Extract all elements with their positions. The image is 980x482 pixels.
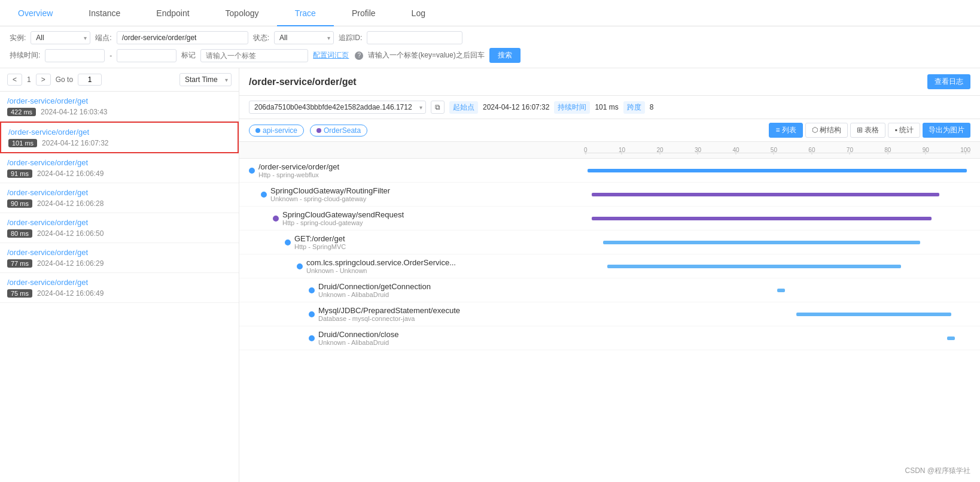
next-page-button[interactable]: > xyxy=(36,74,51,86)
status-select[interactable]: All xyxy=(274,31,334,44)
trace-link[interactable]: /order-service/order/get xyxy=(8,128,230,137)
help-icon[interactable]: ? xyxy=(355,51,363,60)
span-bar-col xyxy=(584,326,970,350)
span-bar-col xyxy=(584,183,970,206)
trace-link[interactable]: /order-service/order/get xyxy=(7,96,232,105)
span-row[interactable]: SpringCloudGateway/RoutingFilter Unknown… xyxy=(239,183,980,207)
span-label-text: /order-service/order/get Http - spring-w… xyxy=(258,162,339,178)
span-bar xyxy=(588,169,966,172)
span-label-text: SpringCloudGateway/sendRequest Http - sp… xyxy=(282,210,404,226)
trace-ms: 80 ms xyxy=(7,229,32,238)
view-stats-button[interactable]: ▪ 统计 xyxy=(888,123,920,138)
left-panel-header: < 1 > Go to Start Time xyxy=(0,68,239,92)
span-bar xyxy=(592,193,939,196)
span-row[interactable]: Druid/Connection/close Unknown - Alibaba… xyxy=(239,326,980,350)
span-row[interactable]: SpringCloudGateway/sendRequest Http - sp… xyxy=(239,207,980,231)
start-label-badge: 起始点 xyxy=(449,101,478,114)
export-button[interactable]: 导出为图片 xyxy=(923,123,970,138)
duration-to-input[interactable] xyxy=(117,49,176,62)
trace-ms: 77 ms xyxy=(7,259,32,268)
trace-list-item[interactable]: /order-service/order/get 422 ms 2024-04-… xyxy=(0,92,239,122)
orderseata-label: OrderSeata xyxy=(324,126,361,135)
span-sub: Unknown - Unknown xyxy=(306,267,456,274)
span-row[interactable]: Mysql/JDBC/PreparedStatement/execute Dat… xyxy=(239,302,980,326)
span-bar xyxy=(607,265,901,268)
copy-trace-id-button[interactable]: ⧉ xyxy=(431,101,445,114)
span-bar-col xyxy=(584,302,970,326)
tag-input[interactable] xyxy=(200,49,308,62)
duration-dash: - xyxy=(109,51,112,60)
instance-select[interactable]: All xyxy=(31,31,90,44)
trace-time: 2024-04-12 16:07:32 xyxy=(42,139,108,147)
duration-label: 持续时间: xyxy=(10,50,40,60)
span-label-col: Druid/Connection/getConnection Unknown -… xyxy=(249,282,584,298)
ruler-tick: 30 xyxy=(695,147,701,153)
filter-bar: 实例: All 端点: 状态: All 追踪ID: 持续时间: - 标记 配置词… xyxy=(0,26,980,68)
nav-item-endpoint[interactable]: Endpoint xyxy=(138,0,207,26)
span-label-col: SpringCloudGateway/RoutingFilter Unknown… xyxy=(249,186,584,202)
span-label-col: Mysql/JDBC/PreparedStatement/execute Dat… xyxy=(249,306,584,322)
goto-page-input[interactable] xyxy=(78,74,102,86)
ruler-tick: 80 xyxy=(884,147,891,153)
view-log-button[interactable]: 查看日志 xyxy=(927,74,970,89)
prev-page-button[interactable]: < xyxy=(7,74,22,86)
span-row[interactable]: GET:/order/get Http - SpringMVC xyxy=(239,231,980,254)
view-tree-button[interactable]: ⬡ 树结构 xyxy=(805,123,848,138)
nav-item-topology[interactable]: Topology xyxy=(208,0,277,26)
trace-id-label: 追踪ID: xyxy=(339,33,362,43)
trace-link[interactable]: /order-service/order/get xyxy=(7,188,232,197)
span-name: /order-service/order/get xyxy=(258,162,339,171)
span-dot xyxy=(273,216,279,222)
ruler-tick: 10 xyxy=(619,147,625,153)
service-tag-api[interactable]: api-service xyxy=(249,125,304,137)
span-row[interactable]: Druid/Connection/getConnection Unknown -… xyxy=(239,278,980,302)
trace-list-item[interactable]: /order-service/order/get 91 ms 2024-04-1… xyxy=(0,153,239,183)
nav-item-overview[interactable]: Overview xyxy=(0,0,71,26)
endpoint-input[interactable] xyxy=(117,31,248,44)
view-list-button[interactable]: ≡ ≡ 列表列表 xyxy=(769,123,802,138)
nav-item-profile[interactable]: Profile xyxy=(334,0,394,26)
left-panel: < 1 > Go to Start Time /order-service/or… xyxy=(0,68,239,482)
span-dot xyxy=(285,240,291,245)
span-label-text: Mysql/JDBC/PreparedStatement/execute Dat… xyxy=(318,306,460,322)
orderseata-dot xyxy=(316,128,321,133)
trace-list-item[interactable]: /order-service/order/get 75 ms 2024-04-1… xyxy=(0,273,239,303)
duration-from-input[interactable] xyxy=(45,49,105,62)
trace-link[interactable]: /order-service/order/get xyxy=(7,158,232,167)
attribution: CSDN @程序猿学社 xyxy=(905,466,970,476)
trace-id-input[interactable] xyxy=(367,31,462,44)
service-tag-orderseata[interactable]: OrderSeata xyxy=(310,125,367,137)
goto-label: Go to xyxy=(56,75,73,84)
endpoint-label: 端点: xyxy=(95,33,111,43)
span-label-text: GET:/order/get Http - SpringMVC xyxy=(294,234,346,250)
span-row[interactable]: com.lcs.springcloud.service.OrderService… xyxy=(239,254,980,278)
trace-list-item[interactable]: /order-service/order/get 101 ms 2024-04-… xyxy=(0,122,239,153)
nav-item-log[interactable]: Log xyxy=(394,0,443,26)
ruler-ticks: 0102030405060708090100 xyxy=(584,147,970,153)
nav-item-trace[interactable]: Trace xyxy=(277,0,334,26)
view-button-group: ≡ ≡ 列表列表 ⬡ 树结构 ⊞ 表格 ▪ 统计 导出为图片 xyxy=(769,123,970,138)
trace-list-item[interactable]: /order-service/order/get 90 ms 2024-04-1… xyxy=(0,183,239,213)
trace-link[interactable]: /order-service/order/get xyxy=(7,218,232,227)
trace-list-item[interactable]: /order-service/order/get 80 ms 2024-04-1… xyxy=(0,213,239,243)
span-row[interactable]: /order-service/order/get Http - spring-w… xyxy=(239,159,980,183)
trace-time: 2024-04-12 16:06:28 xyxy=(37,199,104,208)
trace-link[interactable]: /order-service/order/get xyxy=(7,248,232,257)
config-hint: 请输入一个标签(key=value)之后回车 xyxy=(368,50,484,60)
sort-select[interactable]: Start Time xyxy=(179,73,232,86)
config-link[interactable]: 配置词汇页 xyxy=(313,50,349,60)
span-name: SpringCloudGateway/sendRequest xyxy=(282,210,404,219)
span-label-text: Druid/Connection/getConnection Unknown -… xyxy=(318,282,431,298)
trace-id-select[interactable]: 206da7510b0e43bbbfde42e1582addae.146.171… xyxy=(249,101,426,114)
trace-list-item[interactable]: /order-service/order/get 77 ms 2024-04-1… xyxy=(0,243,239,273)
trace-time: 2024-04-12 16:06:50 xyxy=(37,229,104,238)
nav-item-instance[interactable]: Instance xyxy=(71,0,138,26)
current-page: 1 xyxy=(27,75,31,84)
trace-link[interactable]: /order-service/order/get xyxy=(7,278,232,287)
span-bar-col xyxy=(584,231,970,254)
trace-content: 0102030405060708090100 /order-service/or… xyxy=(239,142,980,482)
view-table-button[interactable]: ⊞ 表格 xyxy=(850,123,885,138)
trace-time: 2024-04-12 16:06:29 xyxy=(37,259,104,268)
search-button[interactable]: 搜索 xyxy=(489,48,521,63)
trace-time: 2024-04-12 16:06:49 xyxy=(37,169,104,178)
